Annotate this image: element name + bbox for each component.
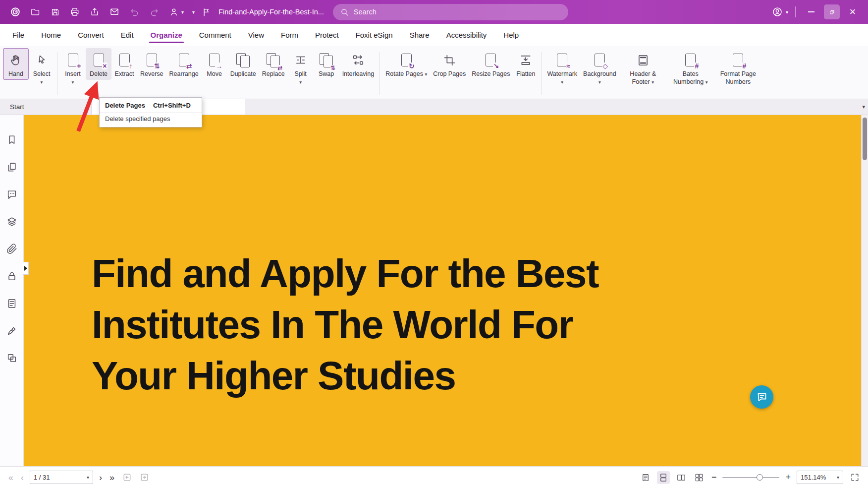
undo-icon[interactable]: [125, 4, 144, 20]
previous-view-icon[interactable]: [120, 471, 133, 484]
single-page-view-icon[interactable]: [639, 471, 652, 484]
file-summary-icon[interactable]: [6, 298, 18, 309]
ribbon-button-move[interactable]: → Move: [202, 48, 227, 80]
read-aloud-icon[interactable]: [164, 4, 183, 20]
close-icon[interactable]: ×: [843, 4, 862, 20]
full-screen-icon[interactable]: [848, 471, 861, 484]
next-page-icon[interactable]: ›: [98, 473, 104, 482]
chevron-down-icon: ▾: [705, 79, 708, 85]
ribbon-button-replace[interactable]: ⇄ Replace: [259, 48, 288, 80]
ribbon-button-swap[interactable]: ⇅ Swap: [314, 48, 339, 80]
zoom-in-icon[interactable]: +: [784, 472, 792, 483]
attachments-icon[interactable]: [6, 243, 18, 255]
zoom-out-icon[interactable]: −: [710, 472, 718, 483]
chevron-down-icon[interactable]: ▾: [837, 475, 839, 480]
ribbon-button-rotate-pages[interactable]: ↻ Rotate Pages ▾: [382, 48, 430, 80]
search-input[interactable]: [354, 8, 561, 16]
menu-accessibility[interactable]: Accessibility: [438, 24, 495, 46]
security-icon[interactable]: [6, 270, 18, 282]
delete-tooltip: Delete Pages Ctrl+Shift+D Delete specifi…: [99, 97, 202, 127]
organize-panel-icon[interactable]: [6, 352, 18, 364]
layers-icon[interactable]: [6, 216, 18, 228]
menu-help[interactable]: Help: [495, 24, 527, 46]
digital-signature-icon[interactable]: [6, 325, 18, 337]
last-page-icon[interactable]: »: [108, 473, 116, 482]
next-view-icon[interactable]: [138, 471, 151, 484]
ribbon-button-watermark[interactable]: ≈ Watermark ▾: [544, 48, 580, 86]
print-icon[interactable]: [65, 4, 84, 20]
zoom-slider-thumb[interactable]: [757, 474, 763, 481]
page-number-input[interactable]: [34, 474, 84, 481]
header-footer-icon: [637, 52, 650, 68]
facing-view-icon[interactable]: [675, 471, 688, 484]
heading-line: Institutes In The World For: [92, 299, 861, 350]
ribbon-button-bates-numbering[interactable]: # Bates Numbering ▾: [667, 48, 714, 87]
move-page-icon: →: [209, 52, 219, 68]
chevron-down-icon[interactable]: ▾: [181, 9, 184, 15]
page-number-box[interactable]: ▾: [30, 471, 93, 484]
zoom-slider[interactable]: [722, 477, 779, 478]
previous-page-icon[interactable]: ‹: [19, 473, 25, 482]
vertical-scrollbar[interactable]: [861, 115, 868, 466]
menu-protect[interactable]: Protect: [307, 24, 347, 46]
ribbon-button-crop-pages[interactable]: Crop Pages: [430, 48, 469, 80]
open-folder-icon[interactable]: [26, 4, 45, 20]
share-export-icon[interactable]: [85, 4, 104, 20]
menu-file[interactable]: File: [4, 24, 33, 46]
ribbon-button-duplicate[interactable]: Duplicate: [227, 48, 259, 80]
minimize-icon[interactable]: [802, 4, 820, 20]
account-icon[interactable]: [768, 4, 787, 20]
ribbon-button-extract[interactable]: ↑ Extract: [111, 48, 137, 80]
chevron-down-icon: ▾: [299, 80, 302, 85]
bookmarks-icon[interactable]: [6, 134, 18, 146]
ribbon-button-reverse[interactable]: ⇅ Reverse: [137, 48, 166, 80]
continuous-facing-view-icon[interactable]: [693, 471, 705, 484]
mail-icon[interactable]: [105, 4, 124, 20]
ribbon-button-select[interactable]: Select ▾: [29, 48, 54, 86]
pdf-page[interactable]: Find and Apply For the Best Institutes I…: [24, 115, 861, 466]
search-bar[interactable]: [333, 4, 568, 20]
continuous-view-icon[interactable]: [657, 471, 670, 484]
chevron-down-icon[interactable]: ▾: [192, 9, 195, 15]
ribbon-button-background[interactable]: ◇ Background ▾: [580, 48, 619, 86]
chat-assistant-button[interactable]: [750, 385, 773, 409]
chevron-down-icon[interactable]: ▾: [786, 9, 788, 15]
chevron-down-icon: ▾: [598, 80, 601, 85]
menu-view[interactable]: View: [240, 24, 272, 46]
menu-home[interactable]: Home: [33, 24, 69, 46]
menu-comment[interactable]: Comment: [191, 24, 240, 46]
menu-share[interactable]: Share: [401, 24, 438, 46]
ribbon-button-label: Bates Numbering: [673, 70, 704, 85]
ribbon-button-header-footer[interactable]: Header & Footer ▾: [619, 48, 667, 87]
scrollbar-thumb[interactable]: [863, 118, 867, 160]
ribbon-button-resize-pages[interactable]: ↘ Resize Pages: [469, 48, 513, 80]
menu-edit[interactable]: Edit: [112, 24, 142, 46]
zoom-value: 151.14%: [801, 474, 826, 481]
ribbon-button-rearrange[interactable]: ⇄ Rearrange: [166, 48, 202, 80]
ribbon-button-interleaving[interactable]: Interleaving: [339, 48, 378, 80]
ribbon-button-flatten[interactable]: Flatten: [513, 48, 539, 80]
tab-list-chevron-icon[interactable]: ▾: [862, 104, 865, 110]
restore-icon[interactable]: [822, 4, 841, 20]
menu-organize[interactable]: Organize: [142, 24, 191, 46]
redo-icon[interactable]: [145, 4, 163, 20]
ribbon-button-split[interactable]: Split ▾: [288, 48, 314, 86]
page-thumbnails-icon[interactable]: [6, 161, 18, 173]
ribbon-button-label: Crop Pages: [433, 70, 466, 77]
ribbon-separator: [541, 52, 542, 95]
sidebar-expand-handle[interactable]: [23, 262, 29, 275]
ribbon-button-delete[interactable]: × Delete: [86, 48, 111, 80]
menu-form[interactable]: Form: [272, 24, 307, 46]
menu-convert[interactable]: Convert: [69, 24, 112, 46]
save-icon[interactable]: [46, 4, 64, 20]
tab-start[interactable]: Start: [0, 99, 92, 115]
flag-icon: [197, 4, 216, 20]
chevron-down-icon[interactable]: ▾: [87, 475, 89, 480]
zoom-level-box[interactable]: 151.14% ▾: [797, 471, 843, 484]
ribbon-button-hand[interactable]: Hand: [3, 48, 29, 80]
first-page-icon[interactable]: «: [7, 473, 15, 482]
ribbon-button-insert[interactable]: + Insert ▾: [60, 48, 86, 86]
menu-foxit-esign[interactable]: Foxit eSign: [347, 24, 401, 46]
ribbon-button-format-page-numbers[interactable]: # Format Page Numbers: [714, 48, 762, 87]
comments-icon[interactable]: [6, 188, 18, 200]
